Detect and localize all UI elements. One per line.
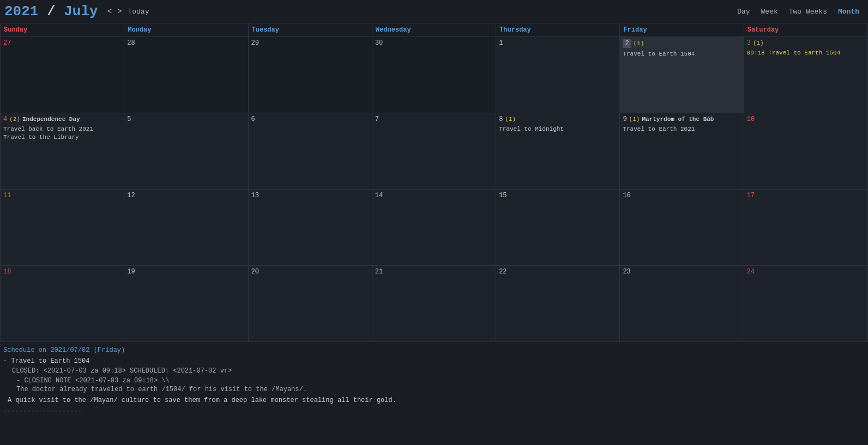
day-number: 21: [375, 268, 493, 276]
col-monday: Monday: [124, 23, 248, 37]
calendar-week-2: 4 (2) Independence Day Travel back to Ea…: [1, 113, 868, 190]
day-jul-8[interactable]: 8 (1) Travel to Midnight: [496, 113, 620, 190]
event-item[interactable]: Travel to Earth 1504: [623, 50, 740, 58]
day-number: 12: [127, 192, 245, 199]
day-jun-29[interactable]: 29: [248, 37, 372, 113]
day-jul-17[interactable]: 17: [744, 190, 867, 266]
event-item[interactable]: 09:18 Travel to Earth 1504: [747, 49, 865, 57]
day-number: 14: [375, 192, 493, 199]
schedule-desc: A quick visit to the /Mayan/ culture to …: [3, 397, 865, 404]
day-jul-20[interactable]: 20: [248, 266, 372, 342]
calendar-header-row: Sunday Monday Tuesday Wednesday Thursday…: [1, 23, 868, 37]
holiday-label: Martyrdom of the Báb: [642, 115, 714, 124]
event-item-1[interactable]: Travel back to Earth 2021: [3, 125, 121, 133]
schedule-meta: CLOSED: <2021-07-03 za 09:18> SCHEDULED:…: [3, 367, 865, 375]
day-jul-3[interactable]: 3 (1) 09:18 Travel to Earth 1504: [744, 37, 867, 113]
event-count: (1): [634, 40, 644, 47]
calendar-body: 27 28 29 30 1 2 (1) Travel to Earth 1504: [1, 37, 868, 342]
schedule-note-label: - CLOSING NOTE <2021-07-03 za 09:18> \\: [3, 377, 865, 385]
col-tuesday: Tuesday: [248, 23, 372, 37]
day-header: 9 (1) Martyrdom of the Báb: [623, 115, 740, 124]
day-number: 29: [251, 39, 369, 47]
schedule-section: Schedule on 2021/07/02 (Friday) - Travel…: [0, 342, 868, 415]
event-count: (1): [505, 116, 516, 123]
day-jul-10[interactable]: 10: [744, 113, 867, 190]
day-header: 2 (1): [623, 39, 740, 49]
day-number: 7: [375, 115, 493, 123]
view-week-button[interactable]: Week: [757, 7, 782, 17]
view-two-weeks-button[interactable]: Two Weeks: [785, 7, 831, 17]
event-item[interactable]: Travel to Midnight: [499, 125, 617, 133]
title-year: 2021: [4, 3, 38, 20]
day-jul-15[interactable]: 15: [496, 190, 620, 266]
day-jun-27[interactable]: 27: [1, 37, 124, 113]
day-jul-11[interactable]: 11: [1, 190, 124, 266]
day-number: 8: [499, 115, 503, 123]
day-number: 18: [3, 268, 121, 276]
day-number: 1: [499, 39, 617, 47]
day-number: 19: [127, 268, 245, 276]
day-jul-9[interactable]: 9 (1) Martyrdom of the Báb Travel to Ear…: [620, 113, 744, 190]
event-count: (2): [9, 116, 20, 123]
col-sunday: Sunday: [1, 23, 124, 37]
schedule-note-detail: The doctor already traveled to earth /15…: [3, 386, 865, 393]
day-jul-4[interactable]: 4 (2) Independence Day Travel back to Ea…: [1, 113, 124, 190]
day-jul-23[interactable]: 23: [620, 266, 744, 342]
today-button[interactable]: Today: [124, 7, 152, 17]
day-number: 15: [499, 192, 617, 199]
day-jul-7[interactable]: 7: [372, 113, 496, 190]
day-number: 22: [499, 268, 617, 276]
day-jul-22[interactable]: 22: [496, 266, 620, 342]
col-friday: Friday: [620, 23, 744, 37]
event-count: (1): [753, 40, 764, 46]
title-month: July: [64, 3, 98, 20]
day-jul-13[interactable]: 13: [248, 190, 372, 266]
view-day-button[interactable]: Day: [733, 7, 754, 17]
day-header: 3 (1): [747, 39, 865, 48]
col-thursday: Thursday: [496, 23, 620, 37]
day-header: 8 (1): [499, 115, 617, 124]
day-jul-2[interactable]: 2 (1) Travel to Earth 1504: [620, 37, 744, 113]
day-jul-21[interactable]: 21: [372, 266, 496, 342]
event-item[interactable]: Travel to Earth 2021: [623, 125, 740, 133]
view-month-button[interactable]: Month: [834, 7, 864, 17]
schedule-header-text: Schedule on 2021/07/02 (Friday): [3, 346, 125, 354]
day-jul-14[interactable]: 14: [372, 190, 496, 266]
day-number: 30: [375, 39, 493, 47]
day-jun-28[interactable]: 28: [124, 37, 248, 113]
day-jul-19[interactable]: 19: [124, 266, 248, 342]
day-jul-1[interactable]: 1: [496, 37, 620, 113]
day-header: 4 (2) Independence Day: [3, 115, 121, 124]
col-wednesday: Wednesday: [372, 23, 496, 37]
calendar-grid: Sunday Monday Tuesday Wednesday Thursday…: [0, 23, 868, 342]
prev-button[interactable]: <: [105, 6, 114, 17]
title-slash: /: [38, 3, 64, 20]
day-jul-16[interactable]: 16: [620, 190, 744, 266]
day-number: 13: [251, 192, 369, 199]
day-jul-24[interactable]: 24: [744, 266, 867, 342]
calendar-week-1: 27 28 29 30 1 2 (1) Travel to Earth 1504: [1, 37, 868, 113]
day-number: 5: [127, 115, 245, 123]
day-number: 6: [251, 115, 369, 123]
day-number: 3: [747, 39, 751, 47]
day-number: 10: [747, 115, 865, 123]
day-number: 20: [251, 268, 369, 276]
holiday-label: Independence Day: [22, 115, 80, 124]
day-number: 24: [747, 268, 865, 276]
day-number: 23: [623, 268, 740, 276]
next-button[interactable]: >: [114, 6, 124, 17]
view-controls: Day Week Two Weeks Month: [733, 7, 864, 17]
day-jul-5[interactable]: 5: [124, 113, 248, 190]
day-jul-18[interactable]: 18: [1, 266, 124, 342]
event-item-2[interactable]: Travel to the Library: [3, 133, 121, 142]
schedule-divider: --------------------: [3, 407, 865, 415]
schedule-item-title: - Travel to Earth 1504: [3, 357, 865, 365]
day-number: 2: [623, 39, 631, 48]
day-number: 9: [623, 115, 626, 123]
day-jul-12[interactable]: 12: [124, 190, 248, 266]
calendar-week-4: 18 19 20 21 22 23 24: [1, 266, 868, 342]
day-jun-30[interactable]: 30: [372, 37, 496, 113]
schedule-header: Schedule on 2021/07/02 (Friday): [3, 346, 865, 354]
day-number: 27: [3, 39, 121, 47]
day-jul-6[interactable]: 6: [248, 113, 372, 190]
